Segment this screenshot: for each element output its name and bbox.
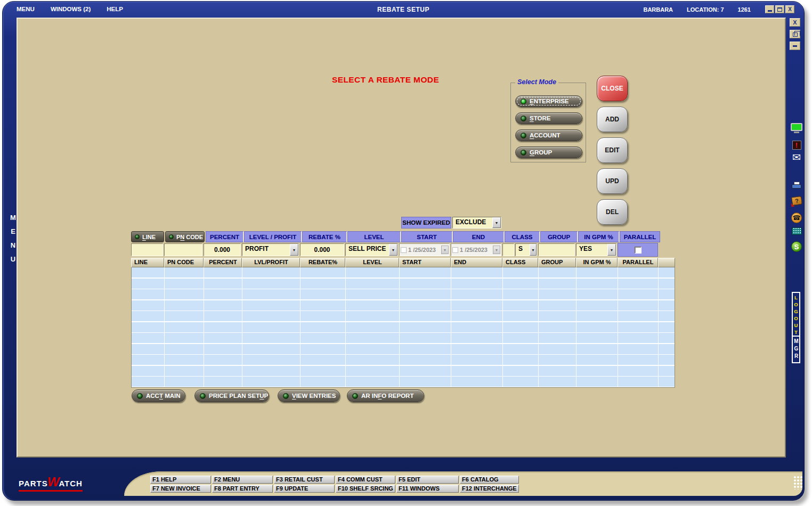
close-button[interactable]: CLOSE [597,76,628,101]
titlebar-status: BARBARA LOCATION: 7 1261 [643,6,751,13]
calculator-icon[interactable] [790,227,803,235]
class-code-select[interactable]: S ▼ [515,243,537,256]
led-icon [352,393,358,399]
workstation-icon[interactable] [790,123,803,134]
edit-button[interactable]: EDIT [597,137,628,163]
rebate-percent-input[interactable]: 0.000 [300,243,344,256]
view-entries-button[interactable]: VIEW ENTRIES [278,389,340,402]
date-checkbox[interactable] [452,247,458,253]
help-book-icon[interactable]: ? [790,197,803,205]
mode-button-group[interactable]: GROUP [515,146,582,158]
grid-header-class[interactable]: CLASS [502,258,538,267]
add-button[interactable]: ADD [597,107,628,132]
entry-header-start: START [401,231,453,242]
fkey-f10[interactable]: F10 SHELF SRCING [336,485,395,493]
sidebar-menu-vertical[interactable]: MENU [5,214,17,269]
panel-close-button[interactable]: X [790,18,800,27]
start-date-value: 1 /25/2023 [408,247,436,253]
sort-button-line[interactable]: LINE [131,231,164,242]
line-input[interactable] [131,243,163,256]
entry-header-percent: PERCENT [206,231,244,242]
show-expired-value: EXCLUDE [453,217,492,228]
function-key-bar: F1 HELP F2 MENU F3 RETAIL CUST F4 COMM C… [150,476,519,493]
mode-button-account[interactable]: ACCOUNT [515,129,582,141]
grid-header-group[interactable]: GROUP [538,258,576,267]
entry-header-end: END [453,231,505,242]
led-icon [137,393,143,399]
show-expired-select[interactable]: EXCLUDE ▼ [452,217,501,228]
level-select[interactable]: SELL PRICE ▼ [345,243,398,256]
grid-header-start[interactable]: START [399,258,451,267]
entry-header-class: CLASS [505,231,540,242]
phone-icon[interactable]: ☎ [790,213,803,223]
close-window-button[interactable]: X [785,5,794,13]
fkey-f5[interactable]: F5 EDIT [396,476,459,484]
level-profit-select[interactable]: PROFIT ▼ [242,243,299,256]
fkey-f4[interactable]: F4 COMM CUST [336,476,395,484]
grid-header-pn-code[interactable]: PN CODE [164,258,204,267]
mode-button-store[interactable]: STORE [515,112,582,124]
grid-header-level[interactable]: LEVEL [345,258,399,267]
level-profit-value: PROFIT [242,244,290,256]
partswatch-logo: PARTSWATCH [19,475,83,492]
class-input[interactable] [502,243,514,256]
led-icon [521,99,526,104]
fkey-f1[interactable]: F1 HELP [150,476,211,484]
select-mode-panel: Select Mode ENTERPRISE STORE ACCOUNT GRO… [510,83,586,162]
fkey-f3[interactable]: F3 RETAIL CUST [274,476,335,484]
ar-info-report-button[interactable]: AR INFO REPORT [347,389,424,402]
mode-button-label: ENTERPRISE [530,98,569,104]
maximize-button[interactable] [775,5,784,13]
mail-icon[interactable]: ✉ [790,152,803,162]
mode-button-enterprise[interactable]: ENTERPRISE [515,95,582,107]
button-label: VIEW ENTRIES [292,393,336,399]
grid-header-end[interactable]: END [451,258,502,267]
rebate-table: LINE PN CODE PERCENT LEVEL / PROFIT REBA… [131,231,675,388]
maximize-icon [777,7,782,12]
del-button[interactable]: DEL [597,199,628,225]
grid-header-in-gpm[interactable]: IN GPM % [576,258,618,267]
percent-input[interactable]: 0.000 [204,243,241,256]
printer-icon[interactable] [790,182,803,190]
price-plan-setup-button[interactable]: PRICE PLAN SETUP [194,389,269,402]
skype-icon[interactable]: S [790,241,803,252]
parallel-checkbox[interactable] [635,247,642,254]
mgr-button[interactable]: MGR [792,336,800,363]
in-gpm-value: YES [576,244,607,256]
panel-minimize-button[interactable] [790,42,800,50]
panel-restore-button[interactable] [790,30,800,38]
group-input[interactable] [538,243,575,256]
resize-grip[interactable] [793,476,802,489]
alert-icon[interactable]: ! [790,141,803,150]
show-expired-label: SHOW EXPIRED [401,217,451,228]
minimize-button[interactable] [765,5,774,13]
station-number: 1261 [738,6,751,13]
rebate-grid-body[interactable] [131,267,675,388]
date-checkbox[interactable] [401,247,407,253]
fkey-f11[interactable]: F11 WINDOWS [396,485,459,493]
fkey-f6[interactable]: F6 CATALOG [460,476,519,484]
upd-button[interactable]: UPD [597,168,628,194]
fkey-f9[interactable]: F9 UPDATE [274,485,335,493]
led-icon [135,234,140,239]
logout-button[interactable]: LOGOUT [792,292,800,339]
acct-main-button[interactable]: ACCT MAIN [132,389,185,402]
fkey-f12[interactable]: F12 INTERCHANGE [460,485,519,493]
content-area: SELECT A REBATE MODE Select Mode ENTERPR… [17,18,786,458]
grid-header-parallel[interactable]: PARALLEL [618,258,658,267]
pn-code-input[interactable] [164,243,202,256]
end-date-picker[interactable]: 1 /25/2023 ▼ [451,243,501,256]
grid-header-rebate[interactable]: REBATE% [300,258,345,267]
minimize-icon [793,45,797,47]
fkey-f7[interactable]: F7 NEW INVOICE [150,485,211,493]
grid-header-line[interactable]: LINE [131,258,164,267]
entry-header-in-gpm: IN GPM % [578,231,620,242]
start-date-picker[interactable]: 1 /25/2023 ▼ [399,243,450,256]
grid-header-percent[interactable]: PERCENT [204,258,242,267]
in-gpm-select[interactable]: YES ▼ [576,243,616,256]
fkey-f2[interactable]: F2 MENU [212,476,273,484]
grid-header-lvl-profit[interactable]: LVL/PROFIT [242,258,300,267]
fkey-f8[interactable]: F8 PART ENTRY [212,485,273,493]
led-icon [200,393,206,399]
sort-button-pn-code[interactable]: PN CODE [165,231,205,242]
